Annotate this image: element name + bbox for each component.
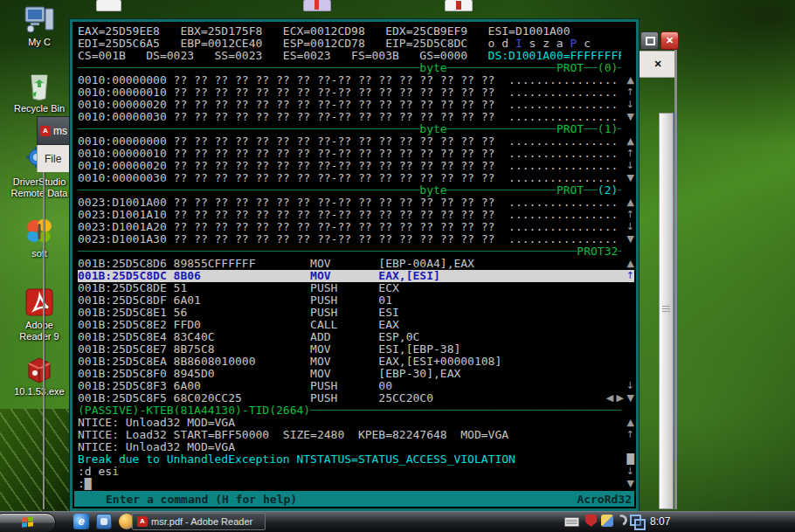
memory-dump-row: 0010:00000010 ?? ?? ?? ?? ?? ?? ?? ??-??… [78,86,634,99]
disasm-row: 001B:25D5C8E7 8B75C8 MOV ESI,[EBP-38] [78,343,634,356]
scroll-indicator-icon: ↓ [621,466,634,478]
scroll-indicator-icon: ↑ [621,209,634,221]
status-help-text: Enter a command (H for help) [74,493,577,506]
scroll-indicator-icon: ↓ [621,380,634,392]
disasm-row: 001B:25D5C8E1 56 PUSH ESI [78,307,634,319]
taskbar-clock[interactable]: 8:07 [650,515,670,528]
scroll-indicator-icon: ▲ [621,417,634,429]
disasm-row: 001B:25D5C8DF 6A01 PUSH 01 [78,294,634,307]
scroll-indicator-icon: ▼ [621,233,634,245]
scroll-indicator-empty [621,245,634,258]
console-line: NTICE: Unload32 MOD=VGA [78,441,634,453]
disasm-header: ────────────────────────────────────────… [78,245,634,258]
reader-window-right-edge [674,50,677,509]
butterfly-icon [24,217,55,246]
desktop-icon-label: 10.1.53.exe [1,386,78,397]
tray-vmware-icon[interactable] [630,515,641,526]
command-input-line[interactable]: :█▼ [78,478,634,490]
tray-keyboard-layout-icon[interactable] [564,517,579,527]
scroll-indicator-icon: ↓ [621,99,634,111]
scroll-indicator-empty [621,123,634,135]
scroll-indicator-empty [621,319,634,331]
file-menu-label: File [45,153,61,165]
memory-dump-row: 0023:D1001A10 ?? ?? ?? ?? ?? ?? ?? ??-??… [78,209,634,221]
pdf-file-icon: A [137,516,148,527]
scroll-indicator-empty [621,368,634,380]
windows-logo-icon [22,516,34,528]
console-status-bar: Enter a command (H for help) AcroRd32 [74,491,634,507]
scroll-indicator-empty [621,343,634,356]
memory-dump-row: 0010:00000000 ?? ?? ?? ?? ?? ?? ?? ??-??… [78,74,634,86]
tray-icon-colored[interactable] [601,515,613,527]
toolbar-close-icon[interactable]: ✕ [653,59,661,70]
desktop-icon-adobe-reader[interactable]: Adobe Reader 9 [1,288,78,342]
desktop-icon-my-computer[interactable]: My C [1,5,78,48]
quicklaunch-icon-2[interactable] [96,514,112,529]
mem-window-0-header: ────────────────────────────────────────… [78,62,634,74]
memory-dump-row: 0023:D1001A00 ?? ?? ?? ?? ?? ?? ?? ??-??… [78,197,634,209]
softice-console-window: EAX=25D59EE8 EBX=25D175F8 ECX=0012CD98 E… [70,19,639,511]
scroll-indicator-icon: ↑ [621,270,634,282]
reader-window-title: ms [53,125,67,137]
desktop-icon-label: Recycle Bin [1,103,78,114]
memory-dump-row: 0010:00000010 ?? ?? ?? ?? ?? ?? ?? ??-??… [78,148,634,160]
disasm-row: 001B:25D5C8EA 8B8608010000 MOV EAX,[ESI+… [78,356,634,368]
wallpaper-leaf-detail [0,409,72,514]
reader-window-titlebar-fragment[interactable]: A ms [37,116,70,145]
mem-window-2-header: ────────────────────────────────────────… [78,184,634,197]
status-current-process: AcroRd32 [577,493,634,506]
close-button[interactable]: ✕ [660,31,679,50]
scroll-indicator-icon: █ [621,453,634,466]
taskbar-button-adobe-reader[interactable]: A msr.pdf - Adobe Reader [132,513,266,530]
pdf-file-icon: A [40,126,51,136]
reader-menu-file[interactable]: File [37,145,70,172]
desktop-icon-msn[interactable]: soft [1,217,78,259]
reader-toolbar-fragment: ✕ [639,51,677,78]
memory-dump-row: 0010:00000030 ?? ?? ?? ?? ?? ?? ?? ??-??… [78,172,634,184]
my-computer-icon [24,5,55,35]
partial-desktop-icon-3 [445,0,473,11]
adobe-reader-icon [24,288,55,318]
scroll-indicator-empty [621,50,634,62]
scroll-indicator-icon: ↓ [621,221,634,233]
registers-line-3: CS=001B DS=0023 SS=0023 ES=0023 FS=003B … [78,50,634,62]
reader-scrollbar[interactable] [659,113,674,509]
console-line: NTICE: Load32 START=BFF50000 SIZE=2480 K… [78,429,634,441]
restore-button[interactable] [640,31,659,50]
scroll-indicator-empty [621,294,634,307]
restore-icon [646,37,655,45]
console-line: NTICE: Unload32 MOD=VGA▲ [78,417,634,429]
disasm-current-line: 001B:25D5C8DC 8B06 MOV EAX,[ESI]↑ [78,270,634,282]
disasm-row: 001B:25D5C8DE 51 PUSH ECX [78,282,634,294]
desktop-icon-label-2: Remote Data [1,188,78,199]
scroll-indicator-empty [621,404,634,417]
disasm-row: 001B:25D5C8F5 68C020CC25 PUSH 25CC20C0◀ … [78,392,634,404]
reader-window-left-edge [43,116,45,509]
memory-dump-row: 0010:00000030 ?? ?? ?? ?? ?? ?? ?? ??-??… [78,111,634,123]
scroll-indicator-icon: ↓ [621,160,634,172]
scroll-indicator-icon: ▼ [621,111,634,123]
reader-window-controls: ✕ [640,31,679,51]
scroll-indicator-empty [621,441,634,453]
scroll-indicator-icon: ▼ [621,478,634,490]
memory-dump-row: 0023:D1001A30 ?? ?? ?? ?? ?? ?? ?? ??-??… [78,233,634,245]
desktop-icon-recycle-bin[interactable]: Recycle Bin [1,72,78,114]
memory-dump-row: 0010:00000020 ?? ?? ?? ?? ?? ?? ?? ??-??… [78,99,634,111]
disasm-row: 001B:25D5C8D6 89855CFFFFFF MOV [EBP-00A4… [78,258,634,270]
scroll-indicator-icon: ◀ ▶ ▼ [606,392,634,404]
scroll-indicator-icon: ▲ [621,197,634,209]
quicklaunch-ie-icon[interactable]: e [73,514,89,529]
scroll-indicator-empty [621,331,634,343]
desktop-icon-label: Adobe [1,320,78,331]
recycle-bin-icon [24,72,55,101]
console-lines: EAX=25D59EE8 EBX=25D175F8 ECX=0012CD98 E… [78,25,634,490]
break-message: Break due to UnhandledException NTSTATUS… [78,453,634,466]
scrollbar-grip [662,306,670,307]
scroll-indicator-empty [621,25,634,38]
memory-dump-row: 0010:00000020 ?? ?? ?? ?? ?? ?? ?? ??-??… [78,160,634,172]
desktop-icon-installer-exe[interactable]: 10.1.53.exe [1,355,78,397]
scroll-indicator-empty [621,356,634,368]
scroll-indicator-empty [621,282,634,294]
start-button[interactable] [0,513,56,532]
task-button-label: msr.pdf - Adobe Reader [151,516,252,527]
